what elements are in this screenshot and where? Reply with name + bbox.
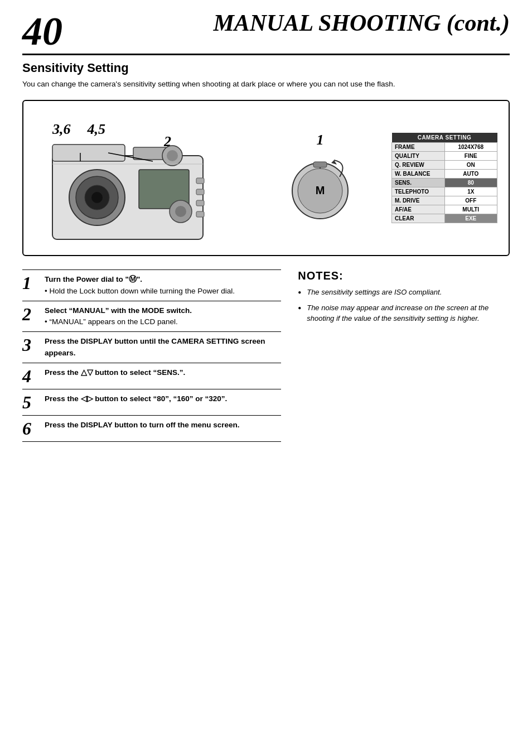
setting-value: EXE — [444, 214, 497, 223]
svg-rect-1 — [52, 145, 125, 161]
setting-label: W. BALANCE — [392, 170, 445, 179]
step-content: Press the DISPLAY button to turn off the… — [45, 420, 281, 431]
step-main: Select “MANUAL” with the MODE switch. — [45, 305, 281, 316]
notes-list: The sensitivity settings are ISO complia… — [298, 287, 510, 324]
camera-setting-header: CAMERA SETTING — [392, 133, 497, 143]
camera-setting-row: QUALITYFINE — [392, 152, 497, 161]
page-number: 40 — [22, 11, 62, 51]
step-main: Press the △▽ button to select “SENS.”. — [45, 367, 281, 378]
step-content: Press the DISPLAY button until the CAMER… — [45, 336, 281, 359]
setting-label: AF/AE — [392, 205, 445, 214]
section-title: Sensitivity Setting — [22, 61, 510, 75]
diagram-label-1: 1 — [317, 132, 324, 148]
camera-setting-row: M. DRIVEOFF — [392, 196, 497, 205]
steps-column: 1 Turn the Power dial to "Ⓜ". • Hold the… — [22, 269, 281, 442]
setting-value: 1024X768 — [444, 143, 497, 152]
svg-rect-25 — [313, 162, 327, 167]
step-content: Select “MANUAL” with the MODE switch. • … — [45, 305, 281, 328]
setting-value: OFF — [444, 196, 497, 205]
diagram-box: 3,6 4,5 2 — [22, 100, 510, 256]
camera-setting-row: SENS.80 — [392, 179, 497, 187]
camera-illustration: 3,6 4,5 2 — [35, 117, 249, 239]
svg-point-6 — [91, 192, 103, 203]
notes-title: NOTES: — [298, 269, 510, 282]
camera-settings-table: CAMERA SETTING FRAME1024X768QUALITYFINEQ… — [391, 133, 497, 223]
step-item: 6 Press the DISPLAY button to turn off t… — [22, 415, 281, 442]
step-main: Press the DISPLAY button until the CAMER… — [45, 336, 281, 359]
dial-area: 1 M — [260, 132, 380, 224]
note-item: The sensitivity settings are ISO complia… — [298, 287, 510, 298]
camera-setting-row: FRAME1024X768 — [392, 143, 497, 152]
svg-rect-10 — [196, 178, 204, 184]
step-content: Turn the Power dial to "Ⓜ". • Hold the L… — [45, 274, 281, 297]
svg-rect-12 — [196, 200, 204, 206]
step-main: Press the ◁▷ button to select “80”, “160… — [45, 393, 281, 405]
svg-rect-11 — [196, 189, 204, 195]
step-item: 3 Press the DISPLAY button until the CAM… — [22, 331, 281, 363]
steps-notes-section: 1 Turn the Power dial to "Ⓜ". • Hold the… — [22, 269, 510, 442]
setting-label: TELEPHOTO — [392, 187, 445, 196]
camera-svg: 3,6 4,5 2 — [47, 117, 236, 239]
camera-body-svg — [47, 133, 231, 251]
setting-label: M. DRIVE — [392, 196, 445, 205]
notes-column: NOTES: The sensitivity settings are ISO … — [298, 269, 510, 329]
camera-setting-row: AF/AEMULTI — [392, 205, 497, 214]
step-sub: • Hold the Lock button down while turnin… — [45, 286, 281, 297]
step-sub: • “MANUAL” appears on the LCD panel. — [45, 316, 281, 328]
setting-value: 1X — [444, 187, 497, 196]
camera-setting-row: TELEPHOTO1X — [392, 187, 497, 196]
page-header: 40 MANUAL SHOOTING (cont.) — [22, 11, 510, 55]
svg-point-9 — [167, 150, 178, 161]
camera-setting-panel: CAMERA SETTING FRAME1024X768QUALITYFINEQ… — [391, 133, 497, 223]
svg-rect-2 — [133, 147, 167, 160]
setting-value: AUTO — [444, 170, 497, 179]
step-content: Press the ◁▷ button to select “80”, “160… — [45, 393, 281, 405]
svg-text:M: M — [316, 184, 325, 196]
step-number: 3 — [22, 336, 38, 354]
svg-rect-13 — [196, 211, 204, 217]
step-main: Turn the Power dial to "Ⓜ". — [45, 274, 281, 285]
step-number: 4 — [22, 367, 38, 385]
step-item: 2 Select “MANUAL” with the MODE switch. … — [22, 301, 281, 332]
setting-label: SENS. — [392, 179, 445, 187]
setting-value: ON — [444, 161, 497, 170]
dial-svg: M — [287, 152, 354, 224]
step-number: 5 — [22, 393, 38, 411]
camera-setting-row: Q. REVIEWON — [392, 161, 497, 170]
step-content: Press the △▽ button to select “SENS.”. — [45, 367, 281, 378]
camera-setting-row: CLEAREXE — [392, 214, 497, 223]
setting-label: FRAME — [392, 143, 445, 152]
setting-label: QUALITY — [392, 152, 445, 161]
setting-value: 80 — [444, 179, 497, 187]
section-description: You can change the camera's sensitivity … — [22, 79, 510, 90]
step-number: 6 — [22, 420, 38, 437]
step-item: 5 Press the ◁▷ button to select “80”, “1… — [22, 389, 281, 415]
step-number: 1 — [22, 274, 38, 292]
chapter-title: MANUAL SHOOTING (cont.) — [74, 11, 510, 35]
camera-setting-row: W. BALANCEAUTO — [392, 170, 497, 179]
setting-value: FINE — [444, 152, 497, 161]
setting-label: CLEAR — [392, 214, 445, 223]
setting-value: MULTI — [444, 205, 497, 214]
note-item: The noise may appear and increase on the… — [298, 302, 510, 324]
step-item: 4 Press the △▽ button to select “SENS.”. — [22, 363, 281, 389]
svg-point-15 — [175, 206, 186, 217]
step-main: Press the DISPLAY button to turn off the… — [45, 420, 281, 431]
step-item: 1 Turn the Power dial to "Ⓜ". • Hold the… — [22, 269, 281, 301]
step-number: 2 — [22, 305, 38, 323]
setting-label: Q. REVIEW — [392, 161, 445, 170]
